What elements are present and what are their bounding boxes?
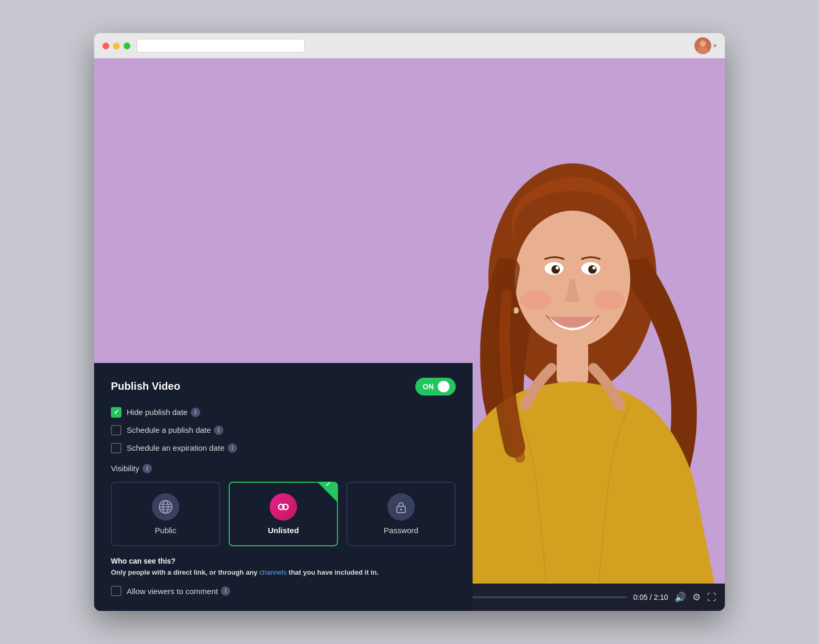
- public-icon: [152, 493, 179, 521]
- content-area: 0:05 / 2:10 🔊 ⚙ ⛶ Publish Video ON Hide: [94, 58, 725, 611]
- volume-icon[interactable]: 🔊: [674, 591, 686, 603]
- svg-point-10: [588, 265, 597, 274]
- svg-point-1: [700, 40, 706, 47]
- toggle-circle: [438, 381, 449, 392]
- svg-point-26: [400, 508, 402, 511]
- svg-point-12: [592, 266, 596, 269]
- hide-publish-date-row: Hide publish date i: [111, 407, 456, 418]
- who-can-see-desc: Only people with a direct link, or throu…: [111, 567, 456, 578]
- password-label: Password: [384, 526, 418, 535]
- fullscreen-icon[interactable]: ⛶: [707, 592, 716, 603]
- minimize-button[interactable]: [113, 43, 120, 49]
- public-label: Public: [155, 526, 177, 535]
- avatar[interactable]: [694, 37, 711, 54]
- svg-point-14: [593, 290, 625, 309]
- visibility-options: Public Unlisted: [111, 482, 456, 546]
- schedule-expiration-info-icon[interactable]: i: [228, 443, 237, 453]
- address-bar[interactable]: [137, 39, 305, 53]
- maximize-button[interactable]: [124, 43, 130, 49]
- toggle-label: ON: [423, 382, 434, 391]
- allow-viewers-label: Allow viewers to comment i: [127, 586, 230, 596]
- schedule-expiration-checkbox[interactable]: [111, 443, 121, 453]
- allow-viewers-row: Allow viewers to comment i: [111, 586, 456, 596]
- schedule-publish-label: Schedule a publish date i: [127, 425, 223, 435]
- svg-point-11: [556, 266, 559, 269]
- svg-point-13: [520, 290, 551, 309]
- visibility-info-icon[interactable]: i: [142, 464, 152, 473]
- visibility-password[interactable]: Password: [346, 482, 456, 546]
- schedule-publish-info-icon[interactable]: i: [214, 425, 223, 435]
- schedule-expiration-label: Schedule an expiration date i: [127, 443, 237, 453]
- close-button[interactable]: [103, 43, 109, 49]
- panel-title: Publish Video: [111, 380, 180, 392]
- password-icon: [387, 493, 415, 521]
- traffic-lights: [103, 43, 130, 49]
- svg-point-9: [551, 265, 560, 274]
- publish-panel: Publish Video ON Hide publish date i Sch…: [94, 363, 473, 611]
- selected-checkmark: [318, 483, 337, 502]
- svg-rect-5: [557, 342, 588, 384]
- hide-publish-date-info-icon[interactable]: i: [191, 408, 200, 417]
- visibility-header: Visibility i: [111, 464, 456, 473]
- unlisted-icon: [270, 493, 297, 521]
- schedule-publish-checkbox[interactable]: [111, 425, 121, 435]
- visibility-public[interactable]: Public: [111, 482, 220, 546]
- who-can-see-title: Who can see this?: [111, 557, 456, 565]
- schedule-expiration-row: Schedule an expiration date i: [111, 443, 456, 453]
- allow-viewers-info-icon[interactable]: i: [221, 586, 230, 596]
- who-can-see-section: Who can see this? Only people with a dir…: [111, 557, 456, 578]
- hide-publish-date-label: Hide publish date i: [127, 408, 200, 417]
- account-chevron-icon[interactable]: ▾: [713, 42, 716, 49]
- schedule-publish-row: Schedule a publish date i: [111, 425, 456, 435]
- unlisted-label: Unlisted: [268, 526, 299, 535]
- publish-toggle[interactable]: ON: [415, 378, 456, 396]
- hide-publish-date-checkbox[interactable]: [111, 407, 121, 418]
- browser-window: ▾: [94, 33, 725, 611]
- browser-titlebar: ▾: [94, 33, 725, 58]
- visibility-label: Visibility: [111, 464, 139, 473]
- allow-viewers-checkbox[interactable]: [111, 586, 121, 596]
- visibility-unlisted[interactable]: Unlisted: [229, 482, 338, 546]
- time-display: 0:05 / 2:10: [633, 593, 668, 601]
- settings-icon[interactable]: ⚙: [692, 591, 701, 603]
- panel-header: Publish Video ON: [111, 378, 456, 396]
